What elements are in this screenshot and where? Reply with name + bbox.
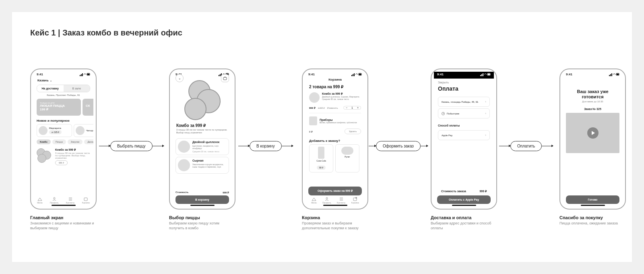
chip-dessert[interactable]: Десерты xyxy=(84,139,93,144)
close-button[interactable]: Закрыть xyxy=(434,79,494,84)
screen4-group: 9:41 Закрыть Оплата Казань, площадь Побе… xyxy=(431,68,497,230)
done-button[interactable]: Готово xyxy=(566,195,619,204)
delivery-toggle[interactable]: На доставку В зале xyxy=(37,85,90,92)
screen1-group: 9:41 Казань ⌄ На доставку В зале Казань,… xyxy=(30,68,97,230)
item-image xyxy=(309,92,320,103)
nav-menu[interactable]: Меню xyxy=(311,197,317,204)
chevron-right-icon: › xyxy=(485,133,486,137)
caption: Спасибо за покупку Пицца оплачена, ожида… xyxy=(559,215,626,226)
svg-rect-31 xyxy=(488,74,490,75)
svg-rect-35 xyxy=(609,75,610,76)
checkout-button[interactable]: Оформить заказ на 999 ₽ xyxy=(308,187,362,195)
flow-step-1: Выбрать пиццу xyxy=(99,141,164,153)
status-bar: 9:41 xyxy=(434,72,494,79)
video-placeholder[interactable] xyxy=(566,113,619,153)
pizza-icon xyxy=(178,141,190,153)
chip-combo[interactable]: Комбо xyxy=(37,139,51,144)
flow-label: Оплатить xyxy=(510,141,542,151)
svg-rect-37 xyxy=(611,73,612,76)
svg-point-21 xyxy=(326,197,328,199)
chevron-right-icon: › xyxy=(485,100,486,104)
tab-delivery[interactable]: На доставку xyxy=(37,85,64,92)
payment-method-row[interactable]: Apple Pay› xyxy=(438,130,490,140)
screen3-group: 9:41 Корзина 2 товара на 999 ₽ Комбо за … xyxy=(302,68,368,230)
svg-point-26 xyxy=(355,197,357,199)
upsell-title: Добавить к заказу? xyxy=(305,137,365,144)
tab-hall[interactable]: В зале xyxy=(64,85,90,92)
case-title: Кейс 1 | Заказ комбо в вечерний офис xyxy=(30,28,182,37)
add-to-cart-button[interactable]: В корзину xyxy=(175,195,229,204)
screen5-group: 9:41 Ваш заказ уже готовится Доставим до… xyxy=(559,68,626,226)
status-bar: 9:41 xyxy=(305,72,365,77)
pizza-icon xyxy=(178,159,190,171)
nav-cart[interactable]: Корзина xyxy=(351,197,359,204)
chevron-down-icon: ⌄ xyxy=(50,79,52,82)
change-link[interactable]: Изменить xyxy=(327,107,338,109)
payment-title: Оплата xyxy=(434,84,494,95)
status-bar: 9:41 xyxy=(33,72,93,77)
utensils-price: 0 ₽ Удалить xyxy=(305,128,365,137)
bottom-bar: Стоимость999 ₽ В корзину xyxy=(172,191,232,204)
combo-desc: 3 пиццы 30 см на тонком тесте по суперце… xyxy=(172,128,232,137)
pizza-option[interactable]: Двойной цыпленок Цыпленок, моцарелла, со… xyxy=(175,138,229,155)
svg-rect-11 xyxy=(220,74,221,76)
status-bar: 9:41 xyxy=(563,72,623,77)
home-indicator xyxy=(323,205,347,206)
promo-banner-2[interactable]: СК xyxy=(83,99,93,116)
upsell-item[interactable]: Рулет xyxy=(335,144,359,172)
play-icon[interactable] xyxy=(587,127,599,139)
nav-contacts[interactable]: Контакты xyxy=(337,197,346,204)
product-card[interactable]: Четыр xyxy=(74,124,93,137)
cart-item: Комбо за 999 ₽ Двойной цыпленок, Сырная,… xyxy=(305,91,365,104)
upsell-cards: Coca Cola 90 ₽ Рулет xyxy=(305,144,365,172)
flow-label: Оформить заказ xyxy=(376,141,421,151)
order-number: Заказ № 325 xyxy=(563,103,623,113)
bottle-icon xyxy=(318,147,324,159)
svg-rect-39 xyxy=(617,74,619,75)
nav-profile[interactable]: Профиль xyxy=(50,197,59,204)
popular-cards: Маргарита от 325 ₽ Четыр xyxy=(33,124,93,137)
svg-point-5 xyxy=(54,197,55,199)
pay-button[interactable]: Оплатить с Apple Pay xyxy=(437,195,491,204)
roll-icon xyxy=(341,147,353,155)
chip-snack[interactable]: Закуски xyxy=(68,139,83,144)
city-selector[interactable]: Казань ⌄ xyxy=(33,77,93,82)
speed-row[interactable]: Побыстрее› xyxy=(438,108,490,118)
home-indicator xyxy=(581,205,605,206)
combo-title: Комбо за 999 ₽ xyxy=(172,120,232,128)
svg-rect-28 xyxy=(481,74,482,76)
chevron-right-icon: › xyxy=(485,112,486,115)
bottom-bar: Готово xyxy=(563,195,623,204)
upsell-item[interactable]: Coca Cola 90 ₽ xyxy=(309,144,333,172)
address-row[interactable]: Казань, площадь Победы, 45, 91› xyxy=(438,97,490,107)
nav-cart[interactable]: Корзина xyxy=(82,197,90,204)
status-icons xyxy=(351,73,362,76)
qty-stepper[interactable]: − 1 + xyxy=(343,106,361,110)
caption: Главный экран Знакомимся с акциями и нов… xyxy=(30,215,97,230)
svg-rect-1 xyxy=(81,74,82,76)
svg-rect-9 xyxy=(84,198,87,201)
nav-profile[interactable]: Профиль xyxy=(322,197,331,204)
phone-frame: 9:41 Ваш заказ уже готовится Доставим до… xyxy=(559,68,626,210)
plus-icon[interactable]: + xyxy=(355,106,361,109)
nav-contacts[interactable]: Контакты xyxy=(66,197,75,204)
home-indicator xyxy=(52,205,76,206)
canvas: Кейс 1 | Заказ комбо в вечерний офис 9:4… xyxy=(12,12,632,262)
pizza-option[interactable]: Сырная Увеличенная порция моцареллы, сыр… xyxy=(175,157,229,174)
chip-pizza[interactable]: Пицца xyxy=(52,139,66,144)
product-card[interactable]: Маргарита от 325 ₽ xyxy=(37,124,72,137)
minus-icon[interactable]: − xyxy=(344,106,349,109)
nav-menu[interactable]: Меню xyxy=(37,197,43,204)
flow-step-3: Оформить заказ xyxy=(369,141,428,153)
combo-card[interactable]: Комбо за 999 ₽ 3 пиццы 30 см на тонком т… xyxy=(33,147,93,165)
phone-frame: 9:41 Закрыть Оплата Казань, площадь Побе… xyxy=(431,68,497,210)
payment-section-title: Способ оплаты xyxy=(434,120,494,129)
caption: Корзина Проверяем заказ и выбираем допол… xyxy=(302,215,368,230)
promo-row: ТОЛЬКО В АПП ЛЮБАЯ ПИЦЦА 199 ₽ СК xyxy=(33,99,93,116)
delete-button[interactable]: Удалить xyxy=(345,129,361,134)
address-line[interactable]: Казань, Проспект Победы, 91 xyxy=(33,94,93,96)
status-icons xyxy=(80,73,90,76)
pizza-icon xyxy=(76,126,85,135)
cart-summary: 2 товара на 999 ₽ xyxy=(305,81,365,91)
promo-banner[interactable]: ТОЛЬКО В АПП ЛЮБАЯ ПИЦЦА 199 ₽ xyxy=(37,99,81,116)
